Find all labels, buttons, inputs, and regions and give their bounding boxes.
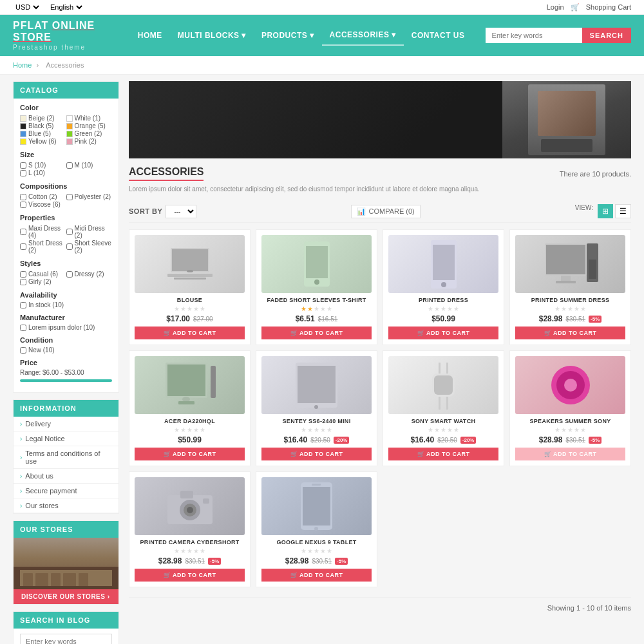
svg-rect-39 [203,498,209,504]
svg-rect-20 [178,401,194,404]
add-to-cart-button[interactable]: 🛒 ADD TO CART [388,327,498,339]
product-name: SPEAKERS SUMMER SONY [515,418,625,424]
filter-black[interactable]: Black (5) [20,122,66,129]
filter-size-m[interactable]: M (10) [66,162,113,169]
info-about[interactable]: › About us [14,469,118,484]
product-stars: ★★★★★ [135,305,245,312]
product-card: PRINTED SUMMER DRESS ★★★★★ $28.98$30.51-… [509,229,631,345]
filter-short-sleeve[interactable]: Short Sleeve (2) [66,240,113,254]
filter-polyester[interactable]: Polyester (2) [66,193,113,200]
search-input[interactable] [486,28,582,43]
nav-products[interactable]: PRODUCTS ▾ [254,26,322,45]
cart-icon: 🛒 [290,330,298,336]
filter-short-dress[interactable]: Short Dress (2) [20,240,66,254]
info-stores[interactable]: › Our stores [14,498,118,513]
info-legal[interactable]: › Legal Notice [14,431,118,446]
product-name: SENTEY SS6-2440 MINI [261,418,372,424]
cart-icon: 🛒 [544,451,552,457]
svg-point-33 [564,379,577,392]
filter-size-s[interactable]: S (10) [20,162,66,169]
compare-label: COMPARE (0) [368,207,414,215]
top-bar-right: Login 🛒 Shopping Cart [547,3,631,12]
hero-banner [129,81,631,158]
sort-select[interactable]: --- [166,205,196,218]
list-view-button[interactable]: ☰ [615,204,631,218]
blog-search-input[interactable] [20,634,112,644]
svg-rect-13 [561,276,571,281]
information-section: INFORMATION › Delivery › Legal Notice › … [13,399,119,514]
product-card: ACER DA220HQL ★★★★★ $50.99 🛒 ADD TO CART [129,350,251,466]
breadcrumb-home[interactable]: Home [13,61,32,69]
add-to-cart-button[interactable]: 🛒 ADD TO CART [261,569,372,582]
product-stars: ★★★★★ [135,547,245,554]
nav-contact[interactable]: CONTACT US [404,26,473,45]
price-row: $50.99 [388,314,498,323]
filter-instock[interactable]: In stock (10) [20,301,112,308]
filter-casual[interactable]: Casual (6) [20,270,66,278]
info-terms[interactable]: › Terms and conditions of use [14,446,118,469]
filter-green[interactable]: Green (2) [66,130,113,137]
discover-stores-button[interactable]: DISCOVER OUR STORES › [14,589,118,604]
currency-select[interactable]: USD [13,3,41,12]
filter-orange[interactable]: Orange (5) [66,122,113,129]
filter-pink[interactable]: Pink (2) [66,138,113,145]
nav-accessories[interactable]: ACCESSORIES ▾ [322,25,404,46]
price-range-label: Range: $6.00 - $53.00 [20,369,112,376]
svg-rect-28 [434,375,453,395]
svg-point-24 [314,405,318,409]
lorem-text: Lorem ipsum dolor sit amet, consectetur … [129,185,631,194]
filter-beige[interactable]: Beige (2) [20,115,66,122]
filter-maxi[interactable]: Maxi Dress (4) [20,225,66,239]
product-name: GOOGLE NEXUS 9 TABLET [261,539,372,545]
svg-rect-3 [174,278,206,279]
filter-size-l[interactable]: L (10) [20,169,66,176]
add-to-cart-button[interactable]: 🛒 ADD TO CART [135,569,245,582]
svg-rect-16 [589,260,596,279]
filter-viscose[interactable]: Viscose (6) [20,201,66,208]
add-to-cart-button[interactable]: 🛒 ADD TO CART [135,327,245,339]
color-filter: Color Beige (2) Black (5) Blue (5) Yello… [20,104,112,146]
styles-filter: Styles Casual (6) Girly (2) Dressy (2) [20,260,112,286]
breadcrumb-current: Accessories [46,61,84,69]
main-layout: CATALOG Color Beige (2) Black (5) Blue (… [0,75,644,644]
filter-manufacturer[interactable]: Lorem ipsum dolor (10) [20,324,112,331]
filter-white[interactable]: White (1) [66,115,113,122]
price-title: Price [20,359,112,366]
filter-girly[interactable]: Girly (2) [20,278,66,285]
login-link[interactable]: Login [547,3,564,11]
compositions-filter: Compositions Cotton (2) Viscose (6) Poly… [20,182,112,209]
filter-yellow[interactable]: Yellow (6) [20,138,66,145]
filter-dressy[interactable]: Dressy (2) [66,270,113,278]
compositions-title: Compositions [20,182,112,190]
cart-icon: 🛒 [417,330,425,336]
add-to-cart-button[interactable]: 🛒 ADD TO CART [261,327,372,339]
compare-button[interactable]: 📊 COMPARE (0) [351,205,420,218]
catalog-content: Color Beige (2) Black (5) Blue (5) Yello… [14,99,118,392]
add-to-cart-button[interactable]: 🛒 ADD TO CART [515,327,625,339]
filter-new[interactable]: New (10) [20,346,112,354]
filter-cotton[interactable]: Cotton (2) [20,193,66,200]
add-to-cart-button[interactable]: 🛒 ADD TO CART [261,448,372,460]
info-delivery[interactable]: › Delivery [14,417,118,431]
size-filter-title: Size [20,151,112,158]
svg-point-42 [314,527,318,531]
grid-view-button[interactable]: ⊞ [598,204,613,218]
condition-filter: Condition New (10) [20,336,112,354]
view-toggle: VIEW: ⊞ ☰ [575,204,631,218]
filter-blue[interactable]: Blue (5) [20,130,66,137]
add-to-cart-button[interactable]: 🛒 ADD TO CART [135,448,245,460]
nav-home[interactable]: HOME [130,26,170,45]
product-card: FADED SHORT SLEEVES T-SHIRT ★★★★★ $6.51$… [256,229,377,345]
filter-midi[interactable]: Midi Dress (2) [66,225,113,239]
search-button[interactable]: SEARCH [582,28,631,43]
price-slider[interactable] [20,379,112,382]
add-to-cart-button[interactable]: 🛒 ADD TO CART [388,448,498,460]
search-blog-section: SEARCH IN BLOG SEARCH [13,611,119,644]
shopping-cart-link[interactable]: Shopping Cart [586,3,631,11]
language-select[interactable]: English [48,3,84,12]
product-stars: ★★★★★ [261,547,372,554]
info-payment[interactable]: › Secure payment [14,484,118,498]
nav-multiblocks[interactable]: MULTI BLOCKS ▾ [170,26,254,45]
product-card: SPEAKERS SUMMER SONY ★★★★★ $28.98$30.51-… [509,350,631,466]
product-image [135,477,245,535]
